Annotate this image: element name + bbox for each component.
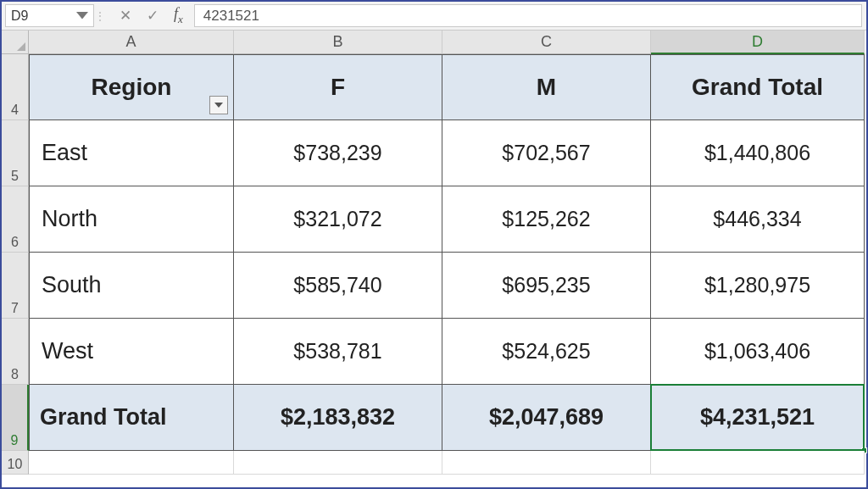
col-head-B[interactable]: B xyxy=(234,31,442,54)
cell-C8[interactable]: $524,625 xyxy=(442,319,651,385)
select-all-corner[interactable] xyxy=(2,31,29,54)
cell-D10[interactable] xyxy=(651,451,865,475)
formula-input[interactable]: 4231521 xyxy=(194,4,862,27)
worksheet-grid[interactable]: A B C D 4 Region F M Grand Total 5 East … xyxy=(2,31,866,475)
col-head-D[interactable]: D xyxy=(651,31,865,54)
row-head-4[interactable]: 4 xyxy=(2,54,29,120)
cell-B10[interactable] xyxy=(234,451,442,475)
formula-bar-divider xyxy=(97,2,103,30)
row-head-5[interactable]: 5 xyxy=(2,120,29,186)
cell-C7[interactable]: $695,235 xyxy=(442,253,651,319)
col-head-C[interactable]: C xyxy=(442,31,651,54)
row-head-10[interactable]: 10 xyxy=(2,451,29,475)
cell-C5[interactable]: $702,567 xyxy=(442,120,651,186)
cell-D9-value: $4,231,521 xyxy=(700,404,815,431)
cell-D7[interactable]: $1,280,975 xyxy=(651,253,865,319)
region-filter-button[interactable] xyxy=(209,96,228,114)
excel-window: D9 ✕ ✓ fx 4231521 A B C D 4 Region F xyxy=(0,0,868,489)
row-head-6[interactable]: 6 xyxy=(2,186,29,253)
formula-bar-buttons: ✕ ✓ fx xyxy=(103,2,192,30)
enter-icon[interactable]: ✓ xyxy=(147,7,159,25)
formula-value: 4231521 xyxy=(203,8,259,25)
cell-D8[interactable]: $1,063,406 xyxy=(651,319,865,385)
cell-D6[interactable]: $446,334 xyxy=(651,186,865,253)
pivot-header-region-label: Region xyxy=(92,74,172,101)
cell-C10[interactable] xyxy=(442,451,651,475)
cell-B5[interactable]: $738,239 xyxy=(234,120,442,186)
row-head-8[interactable]: 8 xyxy=(2,319,29,385)
cell-A9[interactable]: Grand Total xyxy=(29,385,234,451)
cell-B7[interactable]: $585,740 xyxy=(234,253,442,319)
fx-icon[interactable]: fx xyxy=(174,5,183,26)
cell-B8[interactable]: $538,781 xyxy=(234,319,442,385)
cell-A10[interactable] xyxy=(29,451,234,475)
cell-A5[interactable]: East xyxy=(29,120,234,186)
row-head-9[interactable]: 9 xyxy=(2,385,29,451)
cell-A8[interactable]: West xyxy=(29,319,234,385)
name-box-dropdown-icon[interactable] xyxy=(76,10,88,22)
cancel-icon[interactable]: ✕ xyxy=(120,7,131,25)
name-box[interactable]: D9 xyxy=(5,4,94,27)
cell-B6[interactable]: $321,072 xyxy=(234,186,442,253)
cell-D5[interactable]: $1,440,806 xyxy=(651,120,865,186)
name-box-value: D9 xyxy=(11,8,76,24)
row-head-7[interactable]: 7 xyxy=(2,253,29,319)
cell-B9[interactable]: $2,183,832 xyxy=(234,385,442,451)
formula-bar: D9 ✕ ✓ fx 4231521 xyxy=(2,2,866,31)
pivot-header-region[interactable]: Region xyxy=(29,54,234,120)
cell-C6[interactable]: $125,262 xyxy=(442,186,651,253)
col-head-A[interactable]: A xyxy=(29,31,234,54)
cell-A7[interactable]: South xyxy=(29,253,234,319)
cell-D9[interactable]: $4,231,521 xyxy=(651,385,865,451)
cell-A6[interactable]: North xyxy=(29,186,234,253)
pivot-header-grand-total[interactable]: Grand Total xyxy=(651,54,865,120)
cell-C9[interactable]: $2,047,689 xyxy=(442,385,651,451)
pivot-header-m[interactable]: M xyxy=(442,54,651,120)
pivot-header-f[interactable]: F xyxy=(234,54,442,120)
